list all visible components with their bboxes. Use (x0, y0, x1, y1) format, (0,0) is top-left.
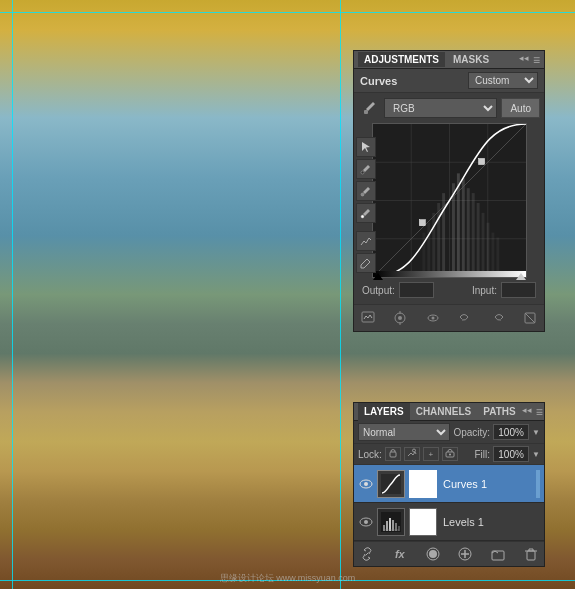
svg-rect-14 (486, 223, 489, 277)
svg-rect-57 (429, 550, 437, 558)
input-label: Input: (472, 285, 497, 296)
adj-toolbar (354, 304, 544, 331)
eyedropper-gray-tool[interactable] (356, 181, 376, 201)
black-point-marker[interactable] (373, 273, 383, 280)
svg-point-41 (449, 454, 451, 456)
pencil-tool[interactable] (356, 253, 376, 273)
curves-svg (373, 124, 526, 277)
target-btn[interactable] (390, 308, 410, 328)
edit-adj-btn[interactable] (358, 308, 378, 328)
curves1-mask-thumbnail (409, 470, 437, 498)
undo-btn[interactable] (455, 308, 475, 328)
svg-point-31 (431, 317, 434, 320)
svg-point-46 (364, 520, 368, 524)
svg-rect-18 (437, 203, 440, 277)
layer-row-levels1[interactable]: Levels 1 (354, 503, 544, 541)
preset-select[interactable]: Custom (468, 72, 538, 89)
panel-collapse-icon[interactable]: ◂◂ (519, 53, 529, 67)
adjustments-panel: ADJUSTMENTS MASKS ◂◂ ≡ Curves Custom (353, 50, 545, 332)
tab-channels[interactable]: CHANNELS (410, 403, 478, 421)
layer-name-levels1: Levels 1 (443, 516, 540, 528)
curves-tool-group (356, 137, 376, 273)
scroll-indicator-curves1 (536, 470, 540, 498)
output-label: Output: (362, 285, 395, 296)
svg-rect-10 (466, 188, 469, 277)
eyedropper-black-tool[interactable] (356, 159, 376, 179)
tab-layers[interactable]: LAYERS (358, 403, 410, 421)
link-layers-btn[interactable] (358, 545, 376, 563)
add-adj-layer-btn[interactable] (456, 545, 474, 563)
lock-all-btn[interactable] (442, 447, 458, 461)
layers-panel-icons: ◂◂ ≡ (522, 405, 543, 419)
blend-mode-select[interactable]: Normal (358, 423, 450, 441)
svg-point-36 (361, 193, 364, 196)
fill-label-text: Fill: (475, 449, 491, 460)
lock-position-btn[interactable]: + (423, 447, 439, 461)
channel-select[interactable]: RGB Red Green Blue (384, 98, 497, 118)
panel-icons: ◂◂ ≡ (519, 53, 540, 67)
fill-dropdown-arrow[interactable]: ▼ (532, 450, 540, 459)
svg-rect-24 (478, 159, 484, 165)
svg-line-55 (366, 553, 369, 556)
svg-rect-11 (471, 193, 474, 277)
delete-layer-btn[interactable] (522, 545, 540, 563)
reset-btn[interactable] (520, 308, 540, 328)
opacity-label-text: Opacity: (453, 427, 490, 438)
svg-rect-9 (461, 178, 464, 277)
eyedropper-white-tool[interactable] (356, 203, 376, 223)
eyedropper-icon[interactable] (358, 97, 380, 119)
opacity-dropdown-arrow[interactable]: ▼ (532, 428, 540, 437)
svg-rect-13 (481, 213, 484, 277)
create-group-btn[interactable] (489, 545, 507, 563)
lock-transparency-btn[interactable] (385, 447, 401, 461)
layers-controls: Normal Opacity: ▼ (354, 421, 544, 444)
curves-header: Curves Custom (354, 69, 544, 93)
graph-toggle-tool[interactable] (356, 231, 376, 251)
guide-vertical-left (12, 0, 13, 589)
layers-menu-icon[interactable]: ≡ (536, 405, 543, 419)
layer-eye-levels1[interactable] (358, 514, 374, 530)
svg-rect-0 (364, 110, 368, 114)
svg-line-33 (525, 313, 535, 323)
layer-row-curves1[interactable]: Curves 1 (354, 465, 544, 503)
tab-paths[interactable]: PATHS (477, 403, 521, 421)
svg-rect-23 (419, 220, 425, 226)
white-point-marker[interactable] (516, 273, 526, 280)
layer-eye-curves1[interactable] (358, 476, 374, 492)
guide-horizontal-bottom (0, 580, 575, 581)
svg-point-37 (361, 215, 364, 218)
tab-masks[interactable]: MASKS (447, 52, 495, 67)
lock-image-btn[interactable] (404, 447, 420, 461)
layer-name-curves1: Curves 1 (443, 478, 531, 490)
panel-menu-icon[interactable]: ≡ (533, 53, 540, 67)
curves-title: Curves (360, 75, 397, 87)
auto-button[interactable]: Auto (501, 98, 540, 118)
eye-icon-btn[interactable] (423, 308, 443, 328)
curves1-thumbnail (377, 470, 405, 498)
add-mask-btn[interactable] (424, 545, 442, 563)
input-input[interactable] (501, 282, 536, 298)
svg-rect-19 (432, 213, 435, 277)
curves-graph[interactable] (372, 123, 527, 278)
layers-collapse-icon[interactable]: ◂◂ (522, 405, 532, 419)
levels1-mask-thumbnail (409, 508, 437, 536)
tab-adjustments[interactable]: ADJUSTMENTS (358, 52, 445, 67)
svg-rect-25 (362, 312, 374, 322)
svg-rect-62 (527, 551, 535, 560)
pointer-tool[interactable] (356, 137, 376, 157)
layers-panel-titlebar: LAYERS CHANNELS PATHS ◂◂ ≡ (354, 403, 544, 421)
channel-row: RGB Red Green Blue Auto (358, 97, 540, 119)
svg-point-35 (361, 171, 364, 174)
lock-row: Lock: + Fill: ▼ (354, 444, 544, 465)
fx-btn[interactable]: fx (391, 545, 409, 563)
svg-rect-20 (427, 223, 430, 277)
svg-point-39 (412, 449, 415, 452)
levels1-thumbnail (377, 508, 405, 536)
svg-rect-51 (392, 520, 394, 531)
fill-input[interactable] (493, 446, 529, 462)
output-input[interactable] (399, 282, 434, 298)
opacity-input[interactable] (493, 424, 529, 440)
redo-btn[interactable] (488, 308, 508, 328)
layers-panel: LAYERS CHANNELS PATHS ◂◂ ≡ Normal Opacit… (353, 402, 545, 567)
adjustments-body: RGB Red Green Blue Auto (354, 93, 544, 304)
